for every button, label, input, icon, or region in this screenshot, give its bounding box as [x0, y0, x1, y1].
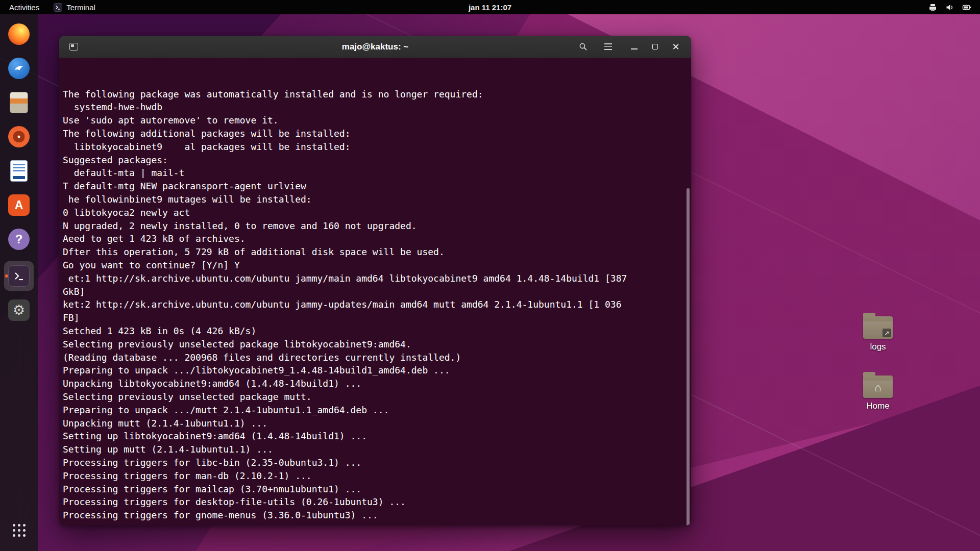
printer-icon [928, 3, 937, 12]
terminal-line: Use 'sudo apt autoremove' to remove it. [63, 114, 687, 127]
terminal-icon [8, 265, 30, 287]
terminal-line: Dfter this operation, 5 729 kB of additi… [63, 245, 687, 259]
ubuntu-software-icon [8, 194, 30, 216]
new-tab-button[interactable] [67, 41, 80, 53]
menu-button[interactable] [600, 39, 616, 55]
terminal-line: The following additional packages will b… [63, 127, 687, 140]
dock-item-help[interactable] [4, 224, 34, 254]
terminal-scrollbar[interactable] [687, 188, 690, 525]
close-icon: ✕ [672, 42, 679, 52]
hamburger-icon [604, 43, 612, 49]
desktop-icon-label: Home [866, 401, 889, 411]
show-applications-button[interactable] [4, 515, 34, 545]
terminal-line: libtokyocabinet9 al packages will be ins… [63, 140, 687, 154]
app-grid-icon [13, 524, 26, 537]
terminal-line: systemd-hwe-hwdb [63, 101, 687, 114]
terminal-line: Preparing to unpack .../libtokyocabinet9… [63, 364, 687, 377]
terminal-line: ket:2 http://sk.archive.ubuntu.com/ubunt… [63, 298, 687, 311]
terminal-line: Selecting previously unselected package … [63, 390, 687, 404]
dock-item-rhythmbox[interactable] [4, 122, 34, 152]
search-button[interactable] [575, 39, 591, 55]
maximize-button[interactable] [647, 39, 663, 55]
terminal-line: Selecting previously unselected package … [63, 338, 687, 351]
titlebar[interactable]: majo@kaktus: ~ ✕ [59, 36, 691, 58]
search-icon [579, 42, 587, 51]
dock-item-settings[interactable] [4, 295, 34, 325]
terminal-line: Processing triggers for libc-bin (2.35-0… [63, 456, 687, 469]
settings-gear-icon [8, 299, 30, 321]
terminal-screen[interactable]: The following package was automatically … [59, 58, 691, 525]
volume-icon [945, 3, 954, 12]
thunderbird-icon [8, 58, 30, 79]
help-icon [8, 229, 30, 250]
dock-item-ubuntu-software[interactable] [4, 190, 34, 220]
terminal-window: majo@kaktus: ~ ✕ The following package w… [59, 36, 691, 525]
terminal-line: (Reading database ... 200968 files and d… [63, 351, 687, 364]
terminal-line: Processing triggers for man-db (2.10.2-1… [63, 469, 687, 483]
desktop-icon-home[interactable]: ⌂ Home [849, 375, 906, 411]
dock-item-libreoffice-writer[interactable] [4, 156, 34, 186]
rhythmbox-icon [8, 126, 30, 147]
libreoffice-writer-icon [10, 160, 28, 182]
minimize-icon [631, 48, 638, 49]
terminal-line: default-mta | mail-t [63, 166, 687, 180]
window-title: majo@kaktus: ~ [342, 42, 408, 52]
dock-item-firefox[interactable] [4, 19, 34, 49]
new-tab-icon [69, 43, 78, 51]
folder-icon: ↗ [863, 316, 893, 339]
folder-icon: ⌂ [863, 375, 893, 398]
terminal-line: 0 libtokyoca2 newly act [63, 206, 687, 219]
terminal-line: Setched 1 423 kB in 0s (4 426 kB/s) [63, 324, 687, 338]
terminal-output: The following package was automatically … [63, 88, 687, 522]
shortcut-arrow-icon: ↗ [883, 329, 891, 337]
terminal-line: Go you want to continue? [Y/n] Y [63, 259, 687, 272]
terminal-line: Suggested packages: [63, 154, 687, 167]
home-icon: ⌂ [874, 382, 881, 393]
terminal-line: et:1 http://sk.archive.ubuntu.com/ubuntu… [63, 272, 687, 285]
terminal-line: Preparing to unpack .../mutt_2.1.4-1ubun… [63, 404, 687, 417]
terminal-line: Unpacking mutt (2.1.4-1ubuntu1.1) ... [63, 417, 687, 430]
terminal-line: GkB] [63, 285, 687, 298]
terminal-line: he followinbinet9 mutages will be instal… [63, 193, 687, 206]
dock-item-terminal[interactable] [4, 261, 34, 291]
terminal-line: Unpacking libtokyocabinet9:amd64 (1.4.48… [63, 377, 687, 390]
terminal-line: Aeed to get 1 423 kB of archives. [63, 232, 687, 245]
files-icon [10, 92, 28, 113]
terminal-line: Processing triggers for gnome-menus (3.3… [63, 509, 687, 522]
system-tray[interactable] [928, 0, 980, 14]
terminal-line: Setting up libtokyocabinet9:amd64 (1.4.4… [63, 430, 687, 443]
terminal-line: T default-mtg NEW packransport-agent url… [63, 180, 687, 193]
maximize-icon [652, 44, 658, 49]
desktop-icon-logs[interactable]: ↗ logs [849, 316, 906, 352]
terminal-line: Setting up mutt (2.1.4-1ubuntu1.1) ... [63, 443, 687, 456]
terminal-line: The following package was automatically … [63, 88, 687, 101]
close-button[interactable]: ✕ [668, 39, 684, 55]
dock-item-thunderbird[interactable] [4, 54, 34, 83]
terminal-line: Processing triggers for mailcap (3.70+nm… [63, 483, 687, 496]
dock-item-files[interactable] [4, 88, 34, 117]
terminal-line: FB] [63, 311, 687, 324]
clock[interactable]: jan 11 21:07 [469, 3, 511, 12]
terminal-line: N upgraded, 2 newly installed, 0 to remo… [63, 219, 687, 233]
terminal-line: Processing triggers for desktop-file-uti… [63, 495, 687, 509]
focused-app-label: Terminal [66, 3, 95, 12]
minimize-button[interactable] [626, 39, 642, 55]
activities-button[interactable]: Activities [0, 0, 48, 14]
terminal-app-icon [54, 3, 62, 12]
dock [0, 14, 38, 551]
firefox-icon [8, 23, 30, 45]
battery-icon [962, 3, 972, 12]
desktop-icon-label: logs [870, 342, 886, 352]
top-bar: Activities Terminal jan 11 21:07 [0, 0, 980, 14]
focused-app-menu[interactable]: Terminal [48, 0, 101, 14]
